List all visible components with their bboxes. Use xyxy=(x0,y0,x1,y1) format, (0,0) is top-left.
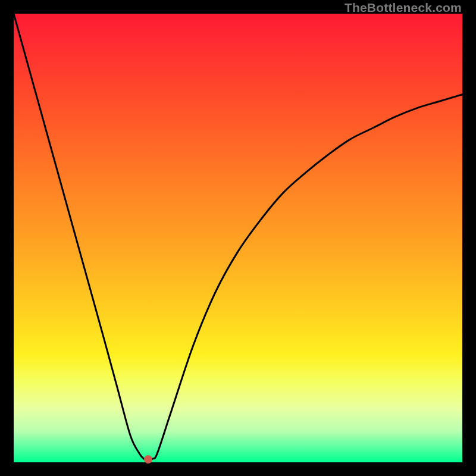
plot-area xyxy=(14,14,462,462)
curve-svg xyxy=(14,14,462,462)
bottleneck-curve xyxy=(14,14,462,460)
min-marker-dot xyxy=(144,455,152,464)
watermark-text: TheBottleneck.com xyxy=(345,1,462,15)
chart-frame: TheBottleneck.com xyxy=(0,0,476,476)
